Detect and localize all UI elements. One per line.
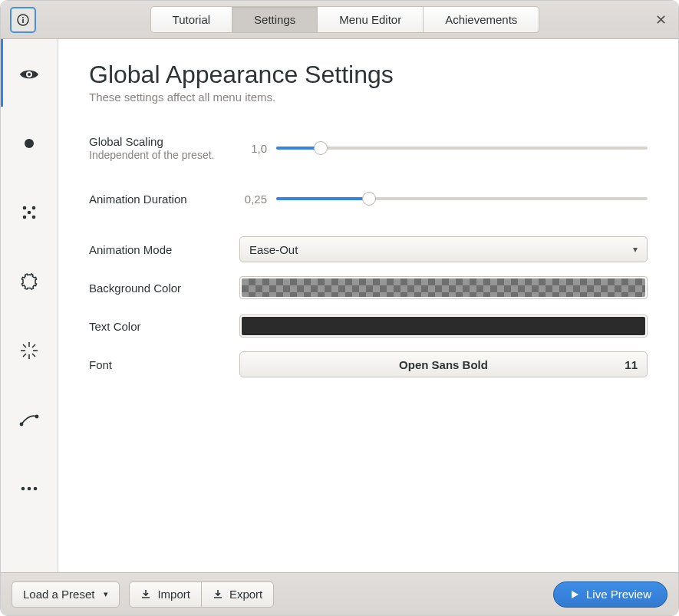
sidebar-item-4[interactable]: [17, 269, 41, 294]
global-scaling-label: Global Scaling: [89, 135, 239, 148]
gear-outline-icon: [20, 272, 38, 291]
sidebar-selection-indicator: [1, 39, 3, 107]
sidebar-item-6[interactable]: [17, 407, 41, 432]
sidebar-item-appearance[interactable]: [17, 62, 41, 87]
svg-line-18: [23, 354, 26, 357]
svg-point-20: [35, 415, 39, 419]
info-button[interactable]: [10, 7, 36, 33]
sidebar-item-5[interactable]: [17, 338, 41, 363]
content-area: Global Appearance Settings These setting…: [58, 39, 678, 572]
export-button[interactable]: Export: [201, 581, 274, 608]
tab-settings[interactable]: Settings: [232, 6, 318, 33]
svg-line-17: [32, 344, 35, 348]
svg-point-22: [28, 487, 31, 491]
play-icon: [569, 589, 580, 600]
import-icon: [140, 589, 151, 600]
text-color-label: Text Color: [89, 320, 239, 333]
global-scaling-value: 1,0: [239, 142, 267, 155]
export-icon: [213, 589, 223, 600]
eye-icon: [19, 68, 39, 81]
font-label: Font: [89, 358, 239, 371]
ellipsis-icon: [20, 486, 38, 492]
sidebar-item-3[interactable]: [17, 200, 41, 225]
sidebar-item-2[interactable]: [17, 131, 41, 156]
svg-point-23: [34, 487, 38, 491]
global-scaling-sublabel: Independent of the preset.: [89, 149, 239, 161]
animation-duration-value: 0,25: [239, 193, 267, 206]
animation-duration-slider[interactable]: [276, 192, 648, 206]
info-icon: [17, 14, 29, 26]
tab-menu-editor[interactable]: Menu Editor: [317, 6, 424, 33]
page-title: Global Appearance Settings: [89, 61, 648, 89]
svg-point-7: [32, 206, 36, 210]
tab-achievements[interactable]: Achievements: [423, 6, 539, 33]
dots-grid-icon: [20, 203, 38, 222]
footer: Load a Preset Import Export Live Preview: [1, 572, 678, 615]
titlebar: Tutorial Settings Menu Editor Achievemen…: [1, 1, 678, 39]
svg-point-21: [21, 487, 25, 491]
live-preview-button[interactable]: Live Preview: [553, 581, 667, 608]
svg-line-16: [32, 354, 35, 357]
svg-point-9: [23, 216, 27, 219]
text-color-picker[interactable]: [239, 315, 648, 338]
page-subtitle: These settings affect all menu items.: [89, 91, 648, 104]
svg-point-4: [28, 73, 31, 76]
svg-point-5: [25, 139, 34, 148]
svg-point-10: [32, 216, 36, 219]
sidebar-item-7[interactable]: [17, 476, 41, 501]
svg-line-15: [23, 344, 26, 348]
animation-mode-label: Animation Mode: [89, 243, 239, 256]
load-preset-button[interactable]: Load a Preset: [12, 581, 120, 608]
curve-icon: [19, 412, 39, 427]
svg-point-6: [23, 206, 27, 210]
animation-mode-dropdown[interactable]: Ease-Out: [239, 236, 648, 262]
svg-point-1: [22, 17, 24, 18]
circle-icon: [24, 138, 35, 149]
animation-duration-label: Animation Duration: [89, 193, 239, 206]
sparkle-icon: [19, 341, 39, 361]
svg-point-19: [20, 423, 24, 427]
tabs: Tutorial Settings Menu Editor Achievemen…: [150, 6, 540, 33]
svg-rect-2: [22, 19, 24, 23]
svg-point-8: [28, 211, 31, 215]
close-button[interactable]: ✕: [654, 12, 669, 28]
sidebar: [1, 39, 58, 572]
background-color-label: Background Color: [89, 282, 239, 295]
global-scaling-slider[interactable]: [276, 141, 648, 155]
tab-tutorial[interactable]: Tutorial: [150, 6, 232, 33]
font-picker[interactable]: Open Sans Bold 11: [239, 351, 648, 377]
background-color-picker[interactable]: [239, 276, 648, 299]
import-button[interactable]: Import: [129, 581, 202, 608]
